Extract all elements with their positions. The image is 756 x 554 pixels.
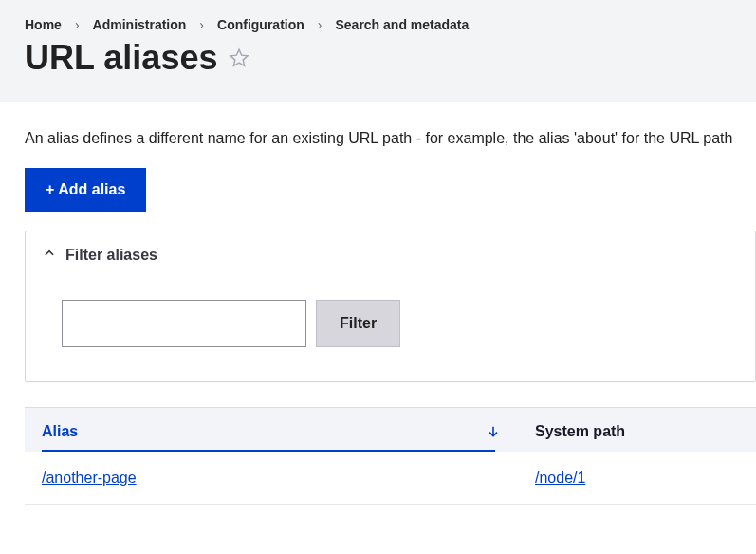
filter-controls: Filter [43, 300, 738, 347]
cell-system-path: /node/1 [518, 452, 756, 504]
cell-alias: /another-page [25, 452, 518, 504]
chevron-right-icon: › [199, 17, 204, 32]
chevron-right-icon: › [75, 17, 80, 32]
svg-marker-0 [230, 49, 248, 65]
page-title: URL aliases [25, 38, 217, 78]
alias-table: Alias System path /another-page /node/1 [25, 407, 756, 505]
filter-button[interactable]: Filter [316, 300, 400, 347]
system-path-link[interactable]: /node/1 [535, 470, 585, 486]
filter-panel-title: Filter aliases [65, 247, 157, 264]
column-header-alias-label: Alias [42, 423, 78, 440]
chevron-right-icon: › [318, 17, 323, 32]
content: An alias defines a different name for an… [0, 102, 756, 505]
column-header-system-path[interactable]: System path [518, 408, 756, 452]
header-region: Home › Administration › Configuration › … [0, 0, 756, 102]
alias-link[interactable]: /another-page [42, 470, 137, 486]
star-icon[interactable] [229, 47, 249, 68]
add-alias-button[interactable]: + Add alias [25, 168, 146, 212]
chevron-up-icon [43, 247, 56, 264]
table-row: /another-page /node/1 [25, 452, 756, 505]
breadcrumb-administration[interactable]: Administration [93, 17, 187, 32]
breadcrumb: Home › Administration › Configuration › … [25, 17, 731, 32]
filter-panel: Filter aliases Filter [25, 231, 756, 382]
filter-panel-toggle[interactable]: Filter aliases [43, 247, 738, 264]
page-title-row: URL aliases [25, 38, 731, 78]
table-header-row: Alias System path [25, 407, 756, 452]
column-header-system-path-label: System path [535, 423, 625, 439]
breadcrumb-search-metadata[interactable]: Search and metadata [335, 17, 469, 32]
filter-input[interactable] [62, 300, 306, 347]
breadcrumb-configuration[interactable]: Configuration [217, 17, 304, 32]
column-header-alias[interactable]: Alias [25, 408, 518, 452]
page-description: An alias defines a different name for an… [25, 130, 756, 147]
breadcrumb-home[interactable]: Home [25, 17, 62, 32]
arrow-down-icon [486, 424, 501, 439]
